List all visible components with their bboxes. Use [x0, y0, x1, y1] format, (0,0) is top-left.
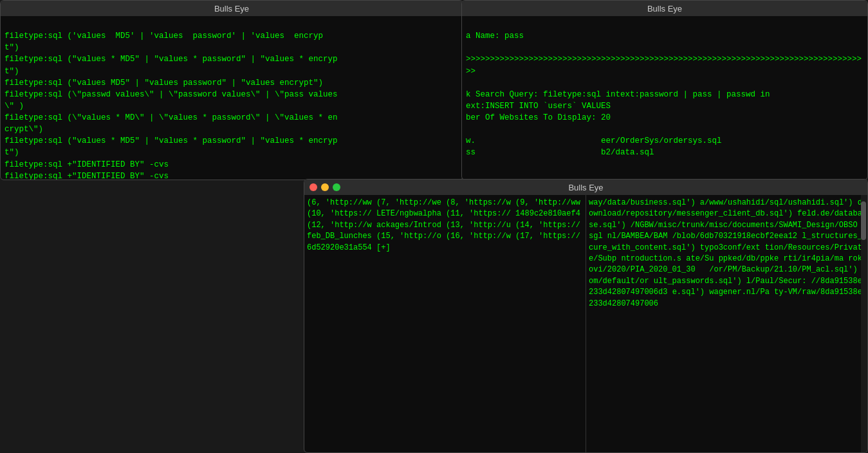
line: filetype:sql +"IDENTIFIED BY" -cvs — [5, 160, 169, 169]
line: (11, 'https:// — [446, 209, 511, 218]
line: a Name: pass — [466, 32, 524, 41]
line: (8, 'https://w — [446, 198, 511, 207]
line: filetype:sql ("values * MD5" | "values *… — [5, 136, 338, 145]
line: a/www/ushahidi/sql/ushahidi.sql') — [700, 198, 853, 207]
title-bar-2: Bulls Eye — [462, 1, 867, 16]
maximize-button[interactable] — [333, 183, 340, 191]
line: filetype:sql +"IDENTIFIED BY" -cvs — [5, 172, 169, 180]
line: feb_DB_lunches — [307, 232, 372, 241]
split-content: (6, 'http://ww (7, 'http://we (8, 'https… — [304, 195, 867, 452]
terminal-content-2: a Name: pass >>>>>>>>>>>>>>>>>>>>>>>>>>>… — [462, 16, 867, 180]
line: ppked/db/ppke — [719, 254, 779, 263]
terminal-window-1[interactable]: Bulls Eye filetype:sql ('values MD5' | '… — [0, 0, 463, 180]
line: filetype:sql ("values MD5" | "values pas… — [5, 79, 323, 88]
title-bar-3: Bulls Eye — [304, 180, 867, 195]
line — [700, 265, 705, 274]
window-title-2: Bulls Eye — [647, 4, 682, 14]
line: (10, 'https:// — [307, 209, 372, 218]
window-title-1: Bulls Eye — [214, 4, 249, 14]
line: e.sql') — [672, 288, 705, 297]
line: (7, 'http://we — [376, 198, 441, 207]
title-bar-1: Bulls Eye — [1, 1, 463, 16]
line: filetype:sql (\"passwd values\" | \"pass… — [5, 90, 338, 99]
terminal-content-1: filetype:sql ('values MD5' | 'values pas… — [1, 16, 463, 180]
traffic-lights — [309, 183, 340, 191]
line: (9, 'http://ww — [515, 198, 580, 207]
line — [466, 43, 471, 52]
line: filetype:sql (\"values * MD\" | \"values… — [5, 113, 338, 122]
line: /or/PM/Backup/21.10/PM_acl.sql') — [709, 265, 857, 274]
line: nl/BAMBEA/BAM /blob/6db70321918ecbf2eea1… — [607, 232, 797, 241]
scrollbar[interactable] — [861, 195, 867, 452]
terminal-window-3[interactable]: Bulls Eye (6, 'http://ww (7, 'http://we … — [304, 179, 868, 453]
line: t") — [5, 148, 19, 157]
line: ntroduction.s ate/Su — [621, 254, 714, 263]
line: (17, 'https:// — [515, 232, 580, 241]
line: t") — [5, 67, 19, 76]
line: (6, 'http://ww — [307, 198, 372, 207]
line: way/data/business.sql') — [589, 198, 696, 207]
close-button[interactable] — [309, 183, 317, 191]
minimize-button[interactable] — [321, 183, 329, 191]
line: filetype:sql ("values * MD5" | "values *… — [5, 55, 338, 64]
line — [466, 79, 471, 88]
line — [466, 125, 471, 134]
line: sgl — [589, 232, 603, 241]
line: \" ) — [5, 102, 24, 111]
line: [+] — [376, 243, 391, 252]
line: 1489c2e810aef4 — [515, 209, 580, 218]
line: ackages/Introd — [376, 221, 441, 230]
line: LETE/ngbwalpha — [376, 209, 441, 218]
line: (16, 'http://w — [446, 232, 511, 241]
line: ss b2/data.sql — [466, 148, 654, 157]
line: filetype:sql ('values MD5' | 'values pas… — [5, 32, 323, 41]
left-column: (6, 'http://ww (7, 'http://we (8, 'https… — [304, 195, 586, 452]
line: >>>>>>>>>>>>>>>>>>>>>>>>>>>>>>>>>>>>>>>>… — [466, 55, 862, 75]
scrollbar-thumb[interactable] — [861, 201, 866, 240]
line: (15, 'http://o — [376, 232, 441, 241]
line: k Search Query: filetype:sql intext:pass… — [466, 90, 770, 99]
terminal-window-2[interactable]: Bulls Eye a Name: pass >>>>>>>>>>>>>>>>>… — [461, 0, 868, 180]
line: crypt\") — [5, 125, 43, 134]
line: ext:INSERT INTO `users` VALUES — [466, 102, 611, 111]
right-column: way/data/business.sql') a/www/ushahidi/s… — [586, 195, 867, 452]
line: om/default/or ult_passwords.sql') — [589, 277, 742, 286]
line: t") — [5, 43, 19, 52]
line: (12, 'http://w — [307, 221, 372, 230]
line: w. eer/OrderSys/ordersys.sql — [466, 136, 722, 145]
line: 6d52920e31a554 — [307, 243, 372, 252]
line: (13, 'http://u — [446, 221, 511, 230]
line: /NGBW/misc/trunk/misc/documents/SWAMI_De… — [631, 221, 858, 230]
line: ber Of Websites To Display: 20 — [466, 113, 611, 122]
window-title-3: Bulls Eye — [568, 183, 603, 192]
line: (14, 'https:// — [515, 221, 580, 230]
